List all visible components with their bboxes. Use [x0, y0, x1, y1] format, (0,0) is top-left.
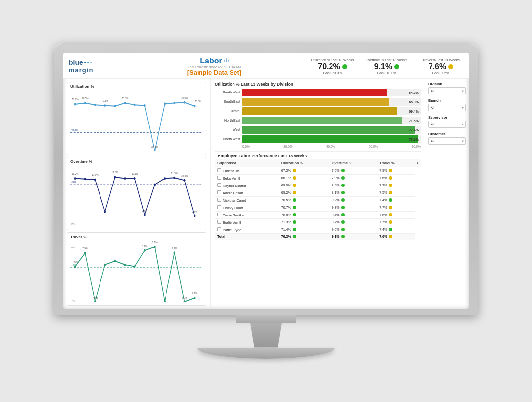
- svg-point-30: [74, 177, 76, 180]
- util-indicator: [293, 191, 296, 194]
- employee-name: Seka Verrill: [223, 177, 240, 180]
- cell-utilization: 70.5%: [279, 196, 330, 204]
- checkbox-icon[interactable]: [217, 198, 221, 202]
- col-expand[interactable]: ›: [415, 159, 421, 167]
- division-row-northeast: North East 71.5%: [215, 117, 421, 124]
- ot-indicator: [341, 184, 345, 187]
- travel-indicator: [389, 228, 392, 231]
- checkbox-icon[interactable]: [217, 190, 221, 194]
- cell-travel: 7.4%: [377, 196, 414, 204]
- svg-point-66: [124, 263, 126, 266]
- employee-name: Burlie Verrill: [223, 221, 241, 224]
- checkbox-icon[interactable]: [217, 168, 221, 172]
- svg-text:11.0%: 11.0%: [92, 173, 99, 176]
- info-icon[interactable]: ⓘ: [224, 58, 229, 64]
- util-indicator: [293, 206, 296, 209]
- ot-indicator: [341, 191, 345, 194]
- kpi-travel-goal: Goal: 7.5%: [419, 71, 463, 75]
- cell-travel: 7.7%: [377, 218, 414, 226]
- cell-supervisor: Pattie Pryde: [215, 226, 279, 233]
- cell-travel: 7.4%: [377, 226, 414, 233]
- svg-text:70.3%: 70.3%: [72, 97, 79, 101]
- svg-text:70.0%: 70.0%: [195, 99, 201, 103]
- filter-customer-select[interactable]: All ∨: [428, 137, 466, 145]
- division-name-nw: North West: [215, 137, 240, 141]
- cell-overtime: 8.1%: [330, 189, 377, 196]
- travel-value: 7.7%: [379, 184, 387, 187]
- table-row: Pattie Pryde71.4%9.6%7.4%: [215, 226, 421, 233]
- ot-value: 9.6%: [332, 228, 340, 231]
- travel-value: 7.4%: [379, 198, 387, 202]
- cell-utilization: 71.4%: [279, 226, 330, 233]
- kpi-ot-label: Overtime % Last 13 Weeks: [365, 58, 409, 62]
- refresh-label: Last Refresh: 9/5/2022 6:31:14 AM: [188, 65, 241, 69]
- filter-supervisor-label: Supervisor: [428, 115, 466, 120]
- ot-value: 7.9%: [332, 176, 340, 180]
- logo-dots: [84, 62, 92, 63]
- sidebar-filters: Division All ∨ Branch All: [425, 79, 469, 309]
- division-bar-fill-ne: [242, 117, 402, 124]
- ot-indicator: [341, 176, 345, 180]
- svg-text:11.5%: 11.5%: [171, 171, 178, 175]
- kpi-ot-value: 9.1%: [374, 62, 392, 71]
- filter-supervisor-value: All: [431, 122, 434, 126]
- checkbox-icon[interactable]: [217, 183, 221, 187]
- kpi-travel-label: Travel % Last 13 Weeks: [419, 58, 463, 62]
- division-value-se: 65.9%: [409, 100, 419, 103]
- division-name-sw: South West: [215, 91, 240, 94]
- table-row: Adella Hasart69.2%8.1%7.5%: [215, 189, 421, 196]
- kpi-util-indicator: [342, 64, 347, 69]
- filter-branch-select[interactable]: All ∨: [428, 104, 466, 111]
- svg-point-42: [194, 215, 196, 217]
- filter-supervisor-select[interactable]: All ∨: [428, 121, 466, 128]
- monitor-bezel: blue margin Labor ⓘ: [54, 44, 478, 315]
- employee-table: Supervisor Utilization % Overtime % Trav…: [215, 159, 421, 240]
- svg-point-2: [84, 102, 86, 104]
- travel-value: 7.9%: [379, 169, 387, 172]
- kpi-ot-goal: Goal: 10.0%: [365, 71, 409, 75]
- checkbox-icon[interactable]: [217, 205, 221, 209]
- cell-supervisor: Adella Hasart: [215, 189, 279, 196]
- ot-indicator: [341, 169, 345, 172]
- division-bar-fill-se: [242, 98, 389, 106]
- xaxis-40: 40.0%: [326, 145, 335, 148]
- checkbox-icon[interactable]: [217, 176, 221, 180]
- division-name-central: Central: [215, 109, 240, 113]
- svg-point-11: [173, 102, 175, 104]
- svg-point-72: [184, 300, 186, 302]
- right-main: Utilization % Last 13 Weeks by Division …: [211, 79, 425, 309]
- xaxis-20: 20.0%: [283, 145, 292, 148]
- col-travel: Travel %: [377, 159, 414, 167]
- cell-travel: 7.6%: [377, 233, 414, 240]
- util-value: 70.5%: [281, 198, 291, 202]
- kpi-util-goal: Goal: 70.0%: [310, 71, 355, 75]
- filter-supervisor: Supervisor All ∨: [428, 115, 466, 128]
- sample-data-label: [Sample Data Set]: [187, 69, 242, 76]
- svg-text:2.5%: 2.5%: [192, 210, 197, 213]
- division-bar-sw: 64.8%: [242, 89, 421, 96]
- employee-name: Nickolas Canet: [223, 199, 246, 202]
- travel-value: 7.6%: [379, 176, 387, 180]
- svg-text:11.2%: 11.2%: [72, 172, 79, 175]
- svg-text:7.9%: 7.9%: [82, 247, 88, 250]
- checkbox-icon[interactable]: [217, 220, 221, 224]
- overtime-chart-title: Overtime %: [70, 159, 203, 164]
- checkbox-icon[interactable]: [217, 227, 221, 231]
- util-value: 69.0%: [281, 184, 291, 187]
- division-bar-fill-nw: [242, 135, 418, 143]
- travel-chart-svg: 7.5% 7.9% 7.0% 8.1% 8.1% 7.9% 7.0% 7.1% …: [70, 240, 203, 302]
- ot-value: 9.2%: [332, 198, 340, 202]
- kpi-travel-value-row: 7.6%: [419, 62, 463, 71]
- svg-text:11.6%: 11.6%: [112, 170, 119, 174]
- table-row: Total70.3%9.1%7.6%: [215, 233, 421, 240]
- filter-customer: Customer All ∨: [428, 132, 466, 145]
- filter-division-select[interactable]: All ∨: [428, 87, 466, 94]
- logo-text: blue: [69, 59, 118, 66]
- table-row: Cesar Genike70.8%9.4%7.6%: [215, 211, 421, 218]
- division-row-west: West 77.4%: [215, 126, 421, 134]
- travel-value: 7.6%: [379, 213, 387, 216]
- checkbox-icon[interactable]: [217, 213, 221, 216]
- svg-point-3: [94, 103, 96, 106]
- svg-point-6: [124, 102, 126, 104]
- employee-name: Chicky Cloutt: [223, 206, 243, 210]
